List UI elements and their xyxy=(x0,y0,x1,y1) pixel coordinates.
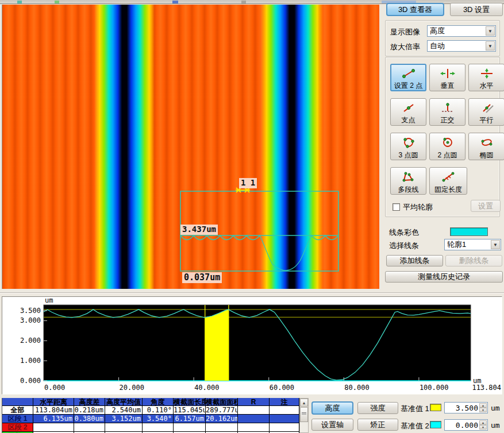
lower-measure-label: 0.037um xyxy=(182,272,222,283)
correct-button[interactable]: 矫正 xyxy=(357,419,398,431)
baseline2-spinbox[interactable]: 0.000 ▲▼ xyxy=(444,419,488,431)
baseline1-spinbox[interactable]: 3.500 ▲▼ xyxy=(444,402,488,413)
row-label-cell[interactable]: 全部 xyxy=(2,406,33,415)
chevron-down-icon[interactable]: ▼ xyxy=(486,41,495,51)
spin-down-icon[interactable]: ▼ xyxy=(479,425,487,430)
svg-text:3.500: 3.500 xyxy=(20,307,41,315)
add-line-button[interactable]: 添加线条 xyxy=(386,255,443,266)
baseline1-color-swatch[interactable] xyxy=(430,404,441,411)
baseline2-unit: um xyxy=(491,421,500,430)
chevron-down-icon[interactable]: ▼ xyxy=(486,26,495,36)
svg-text:1.000: 1.000 xyxy=(20,357,41,365)
tool-label: 垂直 xyxy=(430,82,465,90)
table-header-cell: 水平距离 xyxy=(33,398,74,406)
tool-label: 3 点圆 xyxy=(391,151,426,159)
profile-chart[interactable]: 3.5003.0002.0001.0000.0000.00020.00040.0… xyxy=(2,297,502,394)
circle-3-points-icon xyxy=(401,137,417,148)
table-header-cell: R xyxy=(238,398,270,406)
settings-button[interactable]: 设置 xyxy=(471,200,501,212)
row-label-cell[interactable]: 区段 1 xyxy=(2,415,33,423)
circle-2-points-icon xyxy=(440,137,456,148)
table-cell xyxy=(105,423,143,432)
table-header-cell: 横截面面积 xyxy=(206,398,238,406)
table-row[interactable]: 区段 16.135um0.380um3.152um3.540°6.157um20… xyxy=(2,415,299,423)
display-groupbox: 显示图像 高度 ▼ 放大倍率 自动 ▼ xyxy=(385,20,500,56)
table-cell: 113.804um xyxy=(33,406,74,415)
set-axis-button[interactable]: 设置轴 xyxy=(311,419,353,431)
tool-label: 平行 xyxy=(469,116,504,124)
scroll-up-icon[interactable]: ▲ xyxy=(300,399,308,407)
vertical-line-icon xyxy=(440,68,456,79)
baseline1-unit: um xyxy=(491,404,500,412)
tool-vertical[interactable]: 垂直 xyxy=(429,64,465,91)
table-cell xyxy=(270,423,299,432)
height-map-view[interactable]: 1 1 3.437um 0.037um xyxy=(2,5,379,289)
line-color-swatch[interactable] xyxy=(450,227,488,236)
tool-circle-3pt[interactable]: 3 点圆 xyxy=(390,133,426,160)
table-cell: 6.157um xyxy=(174,415,206,423)
tool-circle-2pt[interactable]: 2 点圆 xyxy=(429,133,465,160)
measure-markers[interactable] xyxy=(236,188,250,192)
select-line-dropdown[interactable]: 轮廓1 ▼ xyxy=(444,239,501,250)
table-header-cell: 高度差 xyxy=(74,398,105,406)
select-line-label: 选择线条 xyxy=(389,241,419,251)
tab-3d-viewer[interactable]: 3D 查看器 xyxy=(386,3,444,16)
table-scrollbar[interactable]: ▲ xyxy=(299,398,309,433)
tool-label: 水平 xyxy=(469,82,504,90)
display-image-value: 高度 xyxy=(430,26,445,35)
measurement-overlay xyxy=(2,5,380,289)
table-header-row: 水平距离高度差高度平均值角度横截面长度横截面面积R注 xyxy=(2,398,299,406)
intensity-button[interactable]: 强度 xyxy=(357,402,398,414)
tool-set-2-points[interactable]: 设置 2 点 xyxy=(390,64,426,91)
average-profile-checkbox[interactable] xyxy=(393,203,400,211)
tool-ellipse[interactable]: 椭圆 xyxy=(468,133,504,160)
measure-history-button[interactable]: 测量线历史记录 xyxy=(385,271,503,283)
marker-label: 1 1 xyxy=(239,178,257,188)
select-line-value: 轮廓1 xyxy=(447,240,466,249)
table-cell xyxy=(270,406,299,415)
spin-up-icon[interactable]: ▲ xyxy=(479,403,487,408)
table-cell: 3.540° xyxy=(143,415,174,423)
fixed-length-icon xyxy=(440,171,456,183)
table-header-cell xyxy=(2,398,33,406)
delete-line-button[interactable]: 删除线条 xyxy=(445,255,502,266)
svg-text:20.000: 20.000 xyxy=(120,384,144,392)
baseline2-color-swatch[interactable] xyxy=(430,421,441,428)
tool-horizontal[interactable]: 水平 xyxy=(468,64,504,91)
divider xyxy=(0,292,504,293)
control-panel: 3D 查看器 3D 设置 显示图像 高度 ▼ 放大倍率 自动 ▼ 设置 2 点 xyxy=(381,0,504,296)
baseline2-value: 0.000 xyxy=(456,420,478,430)
svg-text:100.000: 100.000 xyxy=(420,384,449,392)
tool-label: 椭圆 xyxy=(469,151,504,159)
tool-pivot[interactable]: 支点 xyxy=(390,98,426,126)
table-cell: 0.218um xyxy=(74,406,105,415)
spin-down-icon[interactable]: ▼ xyxy=(479,408,487,412)
table-header-cell: 高度平均值 xyxy=(105,398,143,406)
table-cell xyxy=(238,406,270,415)
tool-parallel[interactable]: 平行 xyxy=(468,98,504,126)
table-cell xyxy=(206,423,238,432)
scrollbar-thumb[interactable] xyxy=(300,407,308,422)
tool-polyline[interactable]: 多段线 xyxy=(390,167,426,195)
tool-orthogonal[interactable]: 正交 xyxy=(429,98,465,126)
tool-label: 设置 2 点 xyxy=(391,82,425,90)
table-cell xyxy=(270,415,299,423)
svg-text:um: um xyxy=(45,297,53,304)
results-table[interactable]: 水平距离高度差高度平均值角度横截面长度横截面面积R注全部113.804um0.2… xyxy=(2,398,299,433)
display-image-select[interactable]: 高度 ▼ xyxy=(427,25,496,37)
table-cell xyxy=(143,423,174,432)
table-header-cell: 注 xyxy=(270,398,299,406)
table-cell: 6.135um xyxy=(33,415,74,423)
spin-up-icon[interactable]: ▲ xyxy=(479,420,487,425)
table-cell xyxy=(74,423,105,432)
tab-3d-settings[interactable]: 3D 设置 xyxy=(450,3,503,16)
magnification-select[interactable]: 自动 ▼ xyxy=(427,40,496,52)
row-label-cell[interactable]: 区段 2 xyxy=(2,423,33,432)
chevron-down-icon[interactable]: ▼ xyxy=(491,240,500,249)
table-row[interactable]: 区段 2 xyxy=(2,423,299,432)
tool-fixed-length[interactable]: 固定长度 xyxy=(429,167,467,195)
orthogonal-icon xyxy=(440,103,456,113)
height-button[interactable]: 高度 xyxy=(311,401,353,415)
table-row[interactable]: 全部113.804um0.218um2.540um0.110°115.045um… xyxy=(2,406,299,415)
table-cell: 0.380um xyxy=(74,415,105,423)
